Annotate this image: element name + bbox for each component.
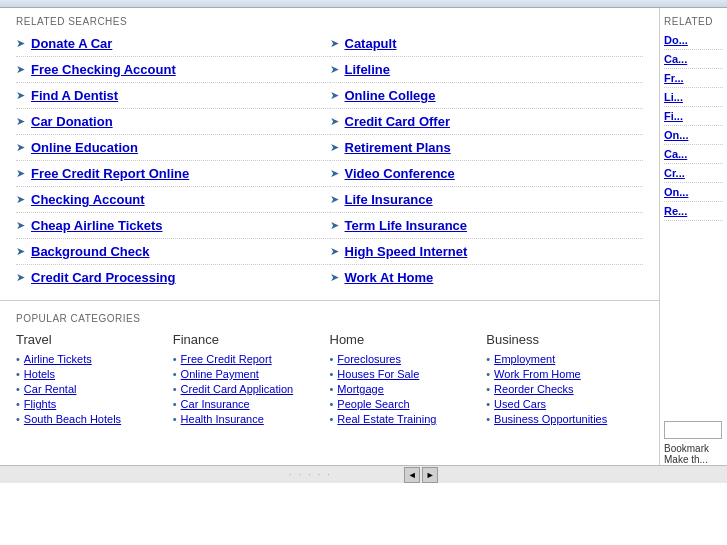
category-link[interactable]: People Search: [337, 398, 409, 410]
search-link[interactable]: Cheap Airline Tickets: [31, 218, 163, 233]
category-link[interactable]: Real Estate Training: [337, 413, 436, 425]
search-link[interactable]: Work At Home: [345, 270, 434, 285]
sidebar-link[interactable]: On...: [664, 183, 723, 202]
search-link[interactable]: Checking Account: [31, 192, 145, 207]
sidebar-link[interactable]: Ca...: [664, 50, 723, 69]
sidebar-bottom: Bookmark Make th...: [664, 421, 723, 465]
arrow-icon: ➤: [16, 115, 25, 128]
list-item: • Online Payment: [173, 368, 330, 380]
search-link[interactable]: High Speed Internet: [345, 244, 468, 259]
category-col: Home • Foreclosures • Houses For Sale • …: [330, 332, 487, 428]
bullet-icon: •: [16, 413, 20, 425]
list-item: • Health Insurance: [173, 413, 330, 425]
category-link[interactable]: Credit Card Application: [181, 383, 294, 395]
search-link[interactable]: Credit Card Processing: [31, 270, 176, 285]
category-link[interactable]: Health Insurance: [181, 413, 264, 425]
scroll-right-btn[interactable]: ►: [422, 467, 438, 483]
search-item: ➤ Retirement Plans: [330, 135, 644, 161]
search-link[interactable]: Life Insurance: [345, 192, 433, 207]
category-title: Business: [486, 332, 643, 347]
bullet-icon: •: [486, 398, 490, 410]
bullet-icon: •: [16, 353, 20, 365]
related-searches-header: RELATED SEARCHES: [0, 8, 659, 31]
arrow-icon: ➤: [330, 193, 339, 206]
sidebar-link[interactable]: Re...: [664, 202, 723, 221]
search-link[interactable]: Lifeline: [345, 62, 391, 77]
category-link[interactable]: Free Credit Report: [181, 353, 272, 365]
category-link[interactable]: Car Rental: [24, 383, 77, 395]
search-right-col: ➤ Catapult ➤ Lifeline ➤ Online College ➤…: [330, 31, 644, 290]
arrow-icon: ➤: [16, 219, 25, 232]
list-item: • Reorder Checks: [486, 383, 643, 395]
search-item: ➤ Life Insurance: [330, 187, 644, 213]
bullet-icon: •: [330, 368, 334, 380]
bullet-icon: •: [486, 383, 490, 395]
search-link[interactable]: Free Credit Report Online: [31, 166, 189, 181]
search-link[interactable]: Free Checking Account: [31, 62, 176, 77]
category-title: Home: [330, 332, 487, 347]
category-link[interactable]: Online Payment: [181, 368, 259, 380]
category-col: Travel • Airline Tickets • Hotels • Car …: [16, 332, 173, 428]
category-link[interactable]: Employment: [494, 353, 555, 365]
sidebar-link[interactable]: Do...: [664, 31, 723, 50]
category-link[interactable]: Reorder Checks: [494, 383, 573, 395]
list-item: • Free Credit Report: [173, 353, 330, 365]
search-item: ➤ Credit Card Processing: [16, 265, 330, 290]
search-item: ➤ Find A Dentist: [16, 83, 330, 109]
search-item: ➤ Background Check: [16, 239, 330, 265]
sidebar-link[interactable]: Li...: [664, 88, 723, 107]
category-link[interactable]: Hotels: [24, 368, 55, 380]
list-item: • Used Cars: [486, 398, 643, 410]
bullet-icon: •: [16, 398, 20, 410]
sidebar-link[interactable]: Ca...: [664, 145, 723, 164]
popular-categories-container: Travel • Airline Tickets • Hotels • Car …: [0, 332, 659, 438]
content-area: RELATED SEARCHES ➤ Donate A Car ➤ Free C…: [0, 8, 659, 465]
search-link[interactable]: Catapult: [345, 36, 397, 51]
category-link[interactable]: Used Cars: [494, 398, 546, 410]
search-link[interactable]: Car Donation: [31, 114, 113, 129]
scroll-left-btn[interactable]: ◄: [404, 467, 420, 483]
sidebar-link[interactable]: Cr...: [664, 164, 723, 183]
search-link[interactable]: Online Education: [31, 140, 138, 155]
search-item: ➤ Donate A Car: [16, 31, 330, 57]
search-item: ➤ Online College: [330, 83, 644, 109]
arrow-icon: ➤: [330, 63, 339, 76]
search-link[interactable]: Donate A Car: [31, 36, 112, 51]
sidebar-input[interactable]: [664, 421, 722, 439]
bullet-icon: •: [16, 383, 20, 395]
search-item: ➤ Online Education: [16, 135, 330, 161]
category-link[interactable]: Airline Tickets: [24, 353, 92, 365]
category-link[interactable]: Business Opportunities: [494, 413, 607, 425]
category-link[interactable]: Houses For Sale: [337, 368, 419, 380]
bullet-icon: •: [330, 353, 334, 365]
bullet-icon: •: [486, 413, 490, 425]
search-link[interactable]: Term Life Insurance: [345, 218, 468, 233]
sidebar-link[interactable]: On...: [664, 126, 723, 145]
category-link[interactable]: Car Insurance: [181, 398, 250, 410]
list-item: • Business Opportunities: [486, 413, 643, 425]
bullet-icon: •: [330, 398, 334, 410]
sidebar-link[interactable]: Fr...: [664, 69, 723, 88]
search-item: ➤ Cheap Airline Tickets: [16, 213, 330, 239]
arrow-icon: ➤: [16, 193, 25, 206]
search-link[interactable]: Video Conference: [345, 166, 455, 181]
bullet-icon: •: [16, 368, 20, 380]
arrow-icon: ➤: [16, 89, 25, 102]
category-link[interactable]: Foreclosures: [337, 353, 401, 365]
category-link[interactable]: Mortgage: [337, 383, 383, 395]
list-item: • Hotels: [16, 368, 173, 380]
list-item: • Employment: [486, 353, 643, 365]
category-link[interactable]: South Beach Hotels: [24, 413, 121, 425]
category-link[interactable]: Flights: [24, 398, 56, 410]
search-link[interactable]: Find A Dentist: [31, 88, 118, 103]
search-link[interactable]: Online College: [345, 88, 436, 103]
search-item: ➤ Video Conference: [330, 161, 644, 187]
search-link[interactable]: Credit Card Offer: [345, 114, 450, 129]
sidebar-link[interactable]: Fi...: [664, 107, 723, 126]
search-item: ➤ Checking Account: [16, 187, 330, 213]
search-link[interactable]: Background Check: [31, 244, 149, 259]
sidebar-header: RELATED: [664, 8, 723, 31]
category-link[interactable]: Work From Home: [494, 368, 581, 380]
search-link[interactable]: Retirement Plans: [345, 140, 451, 155]
arrow-icon: ➤: [16, 63, 25, 76]
